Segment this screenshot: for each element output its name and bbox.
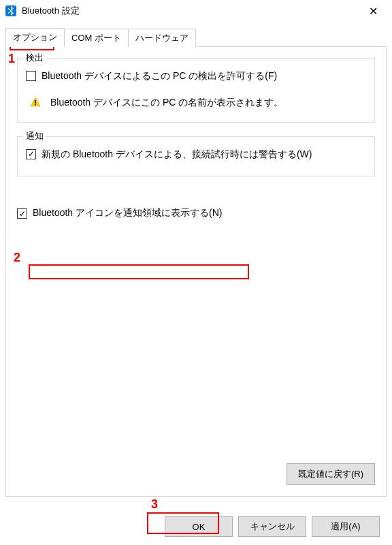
titlebar: Bluetooth 設定 ✕ <box>0 0 392 22</box>
window-title: Bluetooth 設定 <box>22 5 359 17</box>
group-notifications: 通知 新規の Bluetooth デバイスによる、接続試行時には警告する(W) <box>17 136 375 177</box>
checkbox-allow-discover[interactable] <box>26 71 36 81</box>
group-detection: 検出 Bluetooth デバイスによるこの PC の検出を許可する(F) Bl… <box>17 58 375 123</box>
group-notifications-title: 通知 <box>23 130 46 142</box>
checkbox-warn-new-device[interactable] <box>26 149 36 159</box>
ok-button[interactable]: OK <box>165 516 233 537</box>
label-allow-discover: Bluetooth デバイスによるこの PC の検出を許可する(F) <box>42 69 277 83</box>
restore-defaults-button[interactable]: 既定値に戻す(R) <box>287 463 375 485</box>
cancel-button[interactable]: キャンセル <box>238 516 306 537</box>
tab-strip: オプション COM ポート ハードウェア <box>5 27 387 47</box>
dialog-footer: OK キャンセル 適用(A) <box>165 516 380 537</box>
label-show-tray-icon: Bluetooth アイコンを通知領域に表示する(N) <box>33 206 222 220</box>
label-warn-new-device: 新規の Bluetooth デバイスによる、接続試行時には警告する(W) <box>42 148 312 161</box>
tab-options[interactable]: オプション <box>5 28 65 47</box>
close-icon[interactable]: ✕ <box>359 1 387 20</box>
detection-info-text: Bluetooth デバイスにこの PC の名前が表示されます。 <box>50 95 283 110</box>
apply-button[interactable]: 適用(A) <box>312 516 380 537</box>
tab-panel-options: 検出 Bluetooth デバイスによるこの PC の検出を許可する(F) Bl… <box>5 47 387 497</box>
svg-rect-1 <box>35 104 36 106</box>
checkbox-show-tray-icon[interactable] <box>17 208 27 219</box>
tab-hardware[interactable]: ハードウェア <box>128 29 196 47</box>
group-detection-title: 検出 <box>23 52 46 64</box>
bluetooth-icon <box>5 5 16 16</box>
svg-rect-0 <box>35 100 36 104</box>
warning-icon <box>30 97 41 108</box>
annotation-number-3: 3 <box>151 497 158 512</box>
tab-com-ports[interactable]: COM ポート <box>64 29 129 47</box>
